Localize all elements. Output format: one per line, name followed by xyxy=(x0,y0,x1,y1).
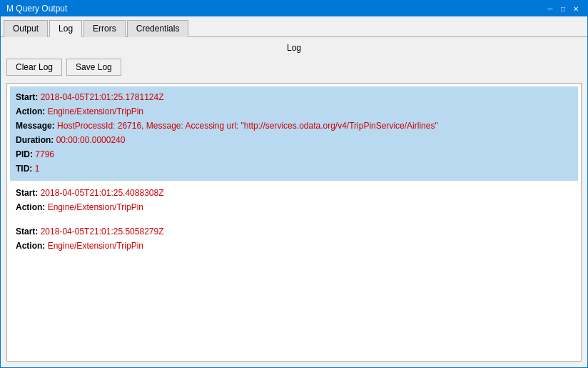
log-line: TID: 1 xyxy=(16,162,572,175)
duration-label: Duration: xyxy=(16,135,54,145)
log-line: Action: Engine/Extension/TripPin xyxy=(16,239,572,252)
window-title: M Query Output xyxy=(6,4,67,14)
tab-log[interactable]: Log xyxy=(49,20,82,37)
log-line: Duration: 00:00:00.0000240 xyxy=(16,134,572,146)
start-value-3: 2018-04-05T21:01:25.5058279Z xyxy=(41,227,164,237)
action-value-3: Engine/Extension/TripPin xyxy=(48,241,143,251)
log-entry-1: Start: 2018-04-05T21:01:25.1781124Z Acti… xyxy=(10,86,578,181)
maximize-button[interactable]: □ xyxy=(557,4,569,14)
log-line: Message: HostProcessId: 26716, Message: … xyxy=(16,119,572,132)
pid-label: PID: xyxy=(16,149,33,159)
start-value: 2018-04-05T21:01:25.1781124Z xyxy=(41,92,164,102)
pid-value: 7796 xyxy=(35,149,54,159)
title-bar: M Query Output ─ □ ✕ xyxy=(1,1,587,16)
log-container[interactable]: Start: 2018-04-05T21:01:25.1781124Z Acti… xyxy=(6,83,582,362)
log-entry-2: Start: 2018-04-05T21:01:25.4088308Z Acti… xyxy=(10,182,578,219)
page-title: Log xyxy=(6,43,582,53)
duration-value: 00:00:00.0000240 xyxy=(56,135,126,145)
tab-output[interactable]: Output xyxy=(4,20,48,37)
start-label-2: Start: xyxy=(16,188,38,198)
log-line: PID: 7796 xyxy=(16,148,572,161)
log-entry-3: Start: 2018-04-05T21:01:25.5058279Z Acti… xyxy=(10,221,578,258)
message-label: Message: xyxy=(16,121,55,131)
save-log-button[interactable]: Save Log xyxy=(66,59,121,76)
window-controls: ─ □ ✕ xyxy=(544,4,582,14)
log-line: Start: 2018-04-05T21:01:25.4088308Z xyxy=(16,187,572,199)
tid-label: TID: xyxy=(16,164,32,174)
tid-value: 1 xyxy=(35,164,40,174)
log-line: Start: 2018-04-05T21:01:25.1781124Z xyxy=(16,91,572,104)
start-label: Start: xyxy=(16,92,38,102)
message-value: HostProcessId: 26716, Message: Accessing… xyxy=(57,121,438,131)
content-area: Log Clear Log Save Log Start: 2018-04-05… xyxy=(1,37,587,367)
tab-errors[interactable]: Errors xyxy=(83,20,126,37)
start-label-3: Start: xyxy=(16,227,38,237)
action-label-3: Action: xyxy=(16,241,45,251)
log-line: Start: 2018-04-05T21:01:25.5058279Z xyxy=(16,225,572,238)
action-value-2: Engine/Extension/TripPin xyxy=(48,202,143,212)
clear-log-button[interactable]: Clear Log xyxy=(6,59,62,76)
action-label: Action: xyxy=(16,106,45,116)
minimize-button[interactable]: ─ xyxy=(544,4,556,14)
log-line: Action: Engine/Extension/TripPin xyxy=(16,105,572,118)
start-value-2: 2018-04-05T21:01:25.4088308Z xyxy=(41,188,164,198)
toolbar: Clear Log Save Log xyxy=(6,59,582,76)
tab-credentials[interactable]: Credentials xyxy=(127,20,189,37)
log-line: Action: Engine/Extension/TripPin xyxy=(16,201,572,214)
main-window: M Query Output ─ □ ✕ Output Log Errors C… xyxy=(0,0,588,368)
close-button[interactable]: ✕ xyxy=(570,4,582,14)
tab-bar: Output Log Errors Credentials xyxy=(1,16,587,37)
action-value: Engine/Extension/TripPin xyxy=(48,106,143,116)
action-label-2: Action: xyxy=(16,202,45,212)
